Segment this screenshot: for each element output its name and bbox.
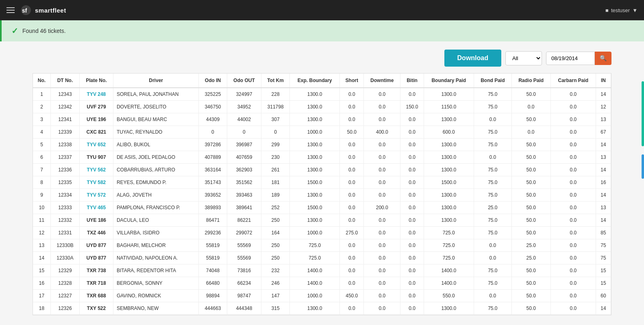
col-exp-boundary: Exp. Boundary: [289, 74, 339, 88]
cell-plate[interactable]: CXC 821: [79, 126, 113, 139]
cell-boundary-paid: 725.0: [424, 252, 474, 264]
cell-in: 13: [596, 113, 611, 126]
cell-no: 17: [33, 290, 51, 302]
cell-radio-paid: 50.0: [511, 151, 550, 164]
date-input[interactable]: [546, 52, 595, 65]
cell-bond-paid: 75.0: [474, 302, 512, 315]
cell-carbarn-paid: 0.0: [550, 214, 596, 227]
cell-downtime: 0.0: [364, 189, 400, 202]
cell-odo-out: 351562: [227, 176, 261, 189]
cell-odo-out: 44002: [227, 113, 261, 126]
cell-plate[interactable]: UVF 279: [79, 101, 113, 113]
cell-odo-in: 74048: [199, 264, 227, 277]
cell-carbarn-paid: 0.0: [550, 113, 596, 126]
cell-downtime: 200.0: [364, 202, 400, 214]
cell-odo-out: 444348: [227, 302, 261, 315]
filter-select[interactable]: All Paid Unpaid: [505, 51, 542, 65]
cell-odo-in: 407889: [199, 151, 227, 164]
cell-plate[interactable]: UYE 196: [79, 113, 113, 126]
cell-bond-paid: 75.0: [474, 227, 512, 239]
cell-bitin: 150.0: [400, 101, 424, 113]
cell-in: 12: [596, 101, 611, 113]
cell-carbarn-paid: 0.0: [550, 151, 596, 164]
cell-bond-paid: 75.0: [474, 88, 512, 101]
cell-short: 0.0: [340, 264, 364, 277]
cell-in: 14: [596, 88, 611, 101]
cell-plate[interactable]: UYE 186: [79, 214, 113, 227]
cell-plate[interactable]: TYV 562: [79, 164, 113, 176]
cell-plate[interactable]: TXR 738: [79, 264, 113, 277]
cell-short: 450.0: [340, 290, 364, 302]
cell-bitin: 0.0: [400, 113, 424, 126]
table-row: 5 12338 TYV 652 ALIBO, BUKOL 397286 3969…: [33, 139, 611, 151]
scrollbar-accent-green: [642, 81, 644, 146]
cell-in: 14: [596, 164, 611, 176]
cell-boundary-paid: 1300.0: [424, 164, 474, 176]
cell-in: 60: [596, 290, 611, 302]
cell-bitin: 0.0: [400, 176, 424, 189]
cell-odo-in: 363164: [199, 164, 227, 176]
cell-downtime: 0.0: [364, 113, 400, 126]
cell-plate[interactable]: UYD 877: [79, 239, 113, 252]
cell-carbarn-paid: 0.0: [550, 126, 596, 139]
cell-bond-paid: 0.0: [474, 239, 512, 252]
search-button[interactable]: 🔍: [595, 52, 611, 65]
cell-boundary-paid: 1300.0: [424, 113, 474, 126]
user-menu[interactable]: ■ testuser ▼: [605, 7, 637, 13]
hamburger-menu[interactable]: [7, 7, 15, 13]
download-button[interactable]: Download: [444, 50, 501, 67]
cell-bond-paid: 0.0: [474, 252, 512, 264]
cell-carbarn-paid: 0.0: [550, 101, 596, 113]
cell-short: 0.0: [340, 151, 364, 164]
cell-plate[interactable]: TXY 522: [79, 302, 113, 315]
table-row: 13 12330B UYD 877 BAGHARI, MELCHOR 55819…: [33, 239, 611, 252]
cell-driver: COBARRUBIAS, ARTURO: [113, 164, 198, 176]
cell-no: 15: [33, 264, 51, 277]
cell-plate[interactable]: TYU 907: [79, 151, 113, 164]
cell-tot-km: 246: [261, 277, 290, 290]
cell-plate[interactable]: TXZ 446: [79, 227, 113, 239]
cell-odo-out: 324997: [227, 88, 261, 101]
cell-driver: DE ASIS, JOEL PEDALGO: [113, 151, 198, 164]
cell-boundary-paid: 1400.0: [424, 277, 474, 290]
cell-boundary-paid: 550.0: [424, 290, 474, 302]
check-icon: ✓: [11, 26, 18, 36]
table-row: 6 12337 TYU 907 DE ASIS, JOEL PEDALGO 40…: [33, 151, 611, 164]
cell-odo-out: 0: [227, 126, 261, 139]
table-row: 1 12343 TYV 248 SORELA, PAUL JONATHAN 32…: [33, 88, 611, 101]
cell-exp-boundary: 725.0: [289, 239, 339, 252]
cell-exp-boundary: 1000.0: [289, 290, 339, 302]
cell-radio-paid: 50.0: [511, 164, 550, 176]
cell-tot-km: 261: [261, 164, 290, 176]
cell-plate[interactable]: TXR 688: [79, 290, 113, 302]
cell-short: 0.0: [340, 189, 364, 202]
col-odo-out: Odo OUT: [227, 74, 261, 88]
col-driver: Driver: [113, 74, 198, 88]
cell-plate[interactable]: TYV 248: [79, 88, 113, 101]
cell-plate[interactable]: UYD 877: [79, 252, 113, 264]
table-body: 1 12343 TYV 248 SORELA, PAUL JONATHAN 32…: [33, 88, 611, 315]
cell-boundary-paid: 1300.0: [424, 214, 474, 227]
cell-dt: 12327: [51, 290, 80, 302]
cell-plate[interactable]: TYV 465: [79, 202, 113, 214]
table-row: 9 12334 TYV 572 ALAG, JOVETH 393652 3934…: [33, 189, 611, 202]
cell-bitin: 0.0: [400, 214, 424, 227]
cell-odo-in: 0: [199, 126, 227, 139]
cell-plate[interactable]: TYV 582: [79, 176, 113, 189]
cell-plate[interactable]: TXR 718: [79, 277, 113, 290]
cell-plate[interactable]: TYV 652: [79, 139, 113, 151]
cell-dt: 12330B: [51, 239, 80, 252]
cell-tot-km: 228: [261, 88, 290, 101]
cell-downtime: 0.0: [364, 252, 400, 264]
col-in: IN: [596, 74, 611, 88]
cell-dt: 12330A: [51, 252, 80, 264]
cell-radio-paid: 0.0: [511, 126, 550, 139]
cell-odo-in: 351743: [199, 176, 227, 189]
cell-dt: 12335: [51, 176, 80, 189]
cell-odo-out: 55569: [227, 252, 261, 264]
date-filter-group: 🔍: [546, 52, 611, 65]
cell-bitin: 0.0: [400, 239, 424, 252]
cell-downtime: 0.0: [364, 88, 400, 101]
cell-odo-out: 396987: [227, 139, 261, 151]
cell-plate[interactable]: TYV 572: [79, 189, 113, 202]
